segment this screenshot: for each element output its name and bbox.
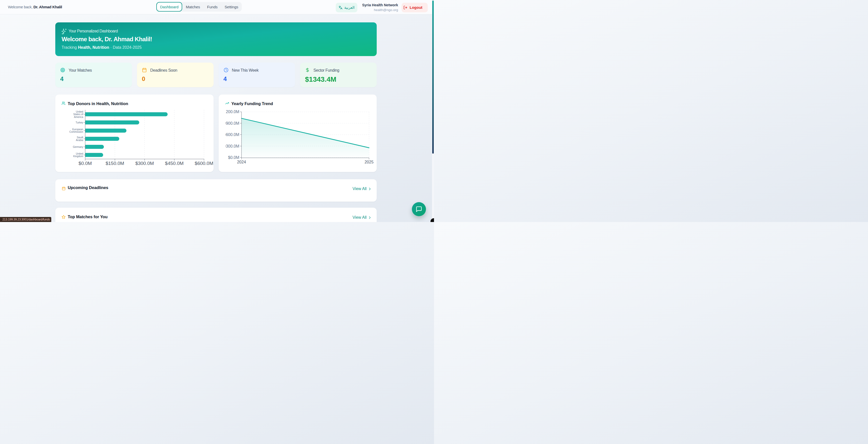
svg-text:Kingdom: Kingdom — [73, 155, 83, 158]
svg-text:$450.0M: $450.0M — [165, 161, 184, 166]
svg-text:2024: 2024 — [237, 160, 246, 164]
svg-text:2025: 2025 — [364, 160, 373, 164]
svg-text:Arabia: Arabia — [76, 139, 83, 142]
svg-text:900.0M: 900.0M — [226, 121, 239, 125]
svg-text:$300.0M: $300.0M — [135, 161, 154, 166]
svg-text:Commission: Commission — [69, 130, 83, 133]
svg-text:Turkey: Turkey — [75, 121, 83, 124]
svg-text:European: European — [72, 128, 83, 131]
svg-text:$150.0M: $150.0M — [105, 161, 124, 166]
svg-text:United: United — [76, 110, 83, 113]
svg-text:$600.0M: $600.0M — [195, 161, 213, 166]
svg-text:Germany: Germany — [73, 146, 83, 148]
svg-text:America: America — [74, 116, 83, 118]
svg-text:States of: States of — [73, 113, 84, 116]
svg-text:Saudi: Saudi — [76, 136, 83, 139]
svg-text:$0.0M: $0.0M — [228, 155, 239, 160]
svg-text:United: United — [76, 152, 83, 155]
svg-text:$0.0M: $0.0M — [79, 161, 92, 166]
svg-text:300.0M: 300.0M — [226, 144, 239, 148]
svg-text:600.0M: 600.0M — [226, 132, 239, 137]
svg-text:200.0M: 200.0M — [226, 110, 239, 114]
